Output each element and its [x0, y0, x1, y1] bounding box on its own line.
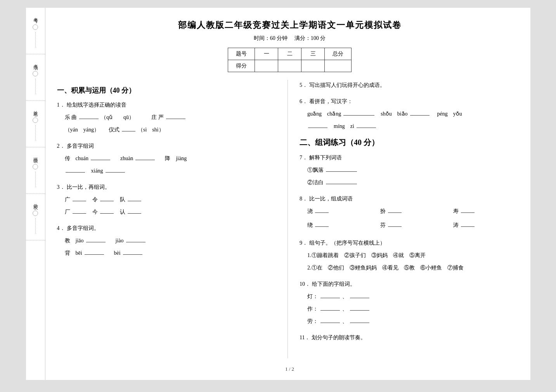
q8-c2r2: 芬: [380, 220, 449, 231]
q10-row3: 劳： 、: [307, 316, 523, 327]
q8-c3r1: 寿: [453, 206, 522, 217]
td-defen: 得分: [228, 60, 255, 72]
td-s3: [301, 60, 325, 72]
q1-word2: 庄 严: [151, 112, 164, 123]
q2-num: 2．: [57, 141, 65, 152]
q2-blank2: [135, 153, 155, 160]
q1-word3: 仪式: [109, 124, 120, 135]
q8-blank1: [315, 206, 329, 213]
question-2: 2． 多音字组词 传 chuán zhuàn 降 jiàng xiáng: [57, 141, 280, 176]
q10-num: 10．: [300, 279, 310, 290]
q1-label-row: 1． 给划线字选择正确的读音: [57, 100, 280, 111]
q6-num: 6．: [300, 96, 308, 107]
q9-s2-text: 2.①在 ②他们 ③鲤鱼妈妈 ④看见 ⑤教 ⑥小鲤鱼 ⑦捕食: [307, 262, 464, 273]
q10-char3: 劳：: [307, 316, 318, 327]
q8-blank2: [388, 206, 402, 213]
q3-row1: 广 令 队: [65, 194, 280, 205]
q11-label-row: 11． 划分句子的朗读节奏。: [300, 332, 523, 343]
q4-label: 多音字组词。: [67, 223, 99, 234]
two-column-layout: 一、积累与运用（40 分） 1． 给划线字选择正确的读音 乐 曲 （qǔ qū）…: [57, 80, 523, 358]
q3-char6: 认: [120, 207, 125, 218]
q10-row1: 灯： 、: [307, 291, 523, 302]
q11-num: 11．: [300, 332, 310, 343]
time-label: 时间：60 分钟: [254, 35, 288, 41]
kaochang-label: 考场：: [32, 60, 39, 69]
q4-row2: 背 bēi bèi: [65, 248, 280, 259]
q3-char1: 广: [65, 194, 70, 205]
q8-c1r1: 浇: [307, 206, 376, 217]
q1-options2: （yán yáng）: [65, 124, 99, 135]
question-7: 7． 解释下列词语 ①飘落 ②洁白: [300, 152, 523, 188]
q3-char4: 厂: [65, 207, 70, 218]
q6-py1: guǎng chǎng: [307, 109, 341, 119]
th-2: 二: [278, 48, 301, 60]
q2-label-row: 2． 多音字组词: [57, 141, 280, 152]
q9-label: 组句子。（把序号写在横线上）: [309, 238, 385, 249]
score-label: 满分：100 分: [294, 35, 326, 41]
score-table: 题号 一 二 三 总分 得分: [228, 48, 352, 72]
circle-1: [33, 24, 38, 30]
q7-blank1: [326, 165, 357, 172]
q10-sep1: 、: [342, 291, 348, 302]
q8-grid: 浇 扮 寿 绕 芬 涛: [307, 206, 523, 232]
td-s1: [255, 60, 278, 72]
q6-label: 看拼音，写汉字：: [309, 96, 353, 107]
q2-blank1: [91, 153, 110, 160]
dotted-v-3: [35, 125, 36, 141]
score-table-area: 题号 一 二 三 总分 得分: [57, 48, 523, 72]
q7-word2: ②洁白: [307, 177, 324, 188]
q4-blank4: [123, 248, 142, 255]
dotted-v-2: [35, 79, 36, 94]
question-3: 3． 比一比，再组词。 广 令 队 厂 今 认: [57, 182, 280, 218]
q3-label-row: 3． 比一比，再组词。: [57, 182, 280, 193]
question-10: 10． 给下面的字组词。 灯： 、 作： 、: [300, 279, 523, 327]
q3-char5: 今: [92, 207, 98, 218]
q10-sep2: 、: [342, 304, 348, 314]
q1-options1: （qǔ qū）: [101, 112, 134, 123]
question-1: 1． 给划线字选择正确的读音 乐 曲 （qǔ qū） 庄 严 （yán yáng…: [57, 100, 280, 135]
q1-blank1: [79, 112, 99, 119]
q1-blank3: [122, 124, 135, 131]
main-content: 部编人教版二年级竞赛过关上学期语文一单元模拟试卷 时间：60 分钟 满分：100…: [45, 8, 530, 380]
q8-num: 8．: [300, 193, 308, 204]
q8-c2r1: 扮: [380, 206, 449, 217]
q2-label: 多音字组词: [67, 141, 94, 152]
q8-label-row: 8． 比一比，组成词语: [300, 193, 523, 204]
q8-blank6: [461, 220, 475, 227]
q9-num: 9．: [300, 238, 308, 249]
q8-blank3: [461, 206, 475, 213]
circle-5: [33, 211, 38, 216]
q7-item1: ①飘落: [307, 165, 523, 176]
q2-blank3: [66, 166, 85, 173]
question-9: 9． 组句子。（把序号写在横线上） 1.①蹦着跳着 ②孩子们 ③妈妈 ④就 ⑤离…: [300, 238, 523, 273]
q7-word1: ①飘落: [307, 165, 324, 176]
th-1: 一: [255, 48, 278, 60]
sidebar: 考号： 考场： 姓名： 班级： 学校：: [26, 8, 45, 380]
q6-pinyin-row2: míng zì: [307, 121, 523, 132]
q1-row2: （yán yáng） 仪式 （sì shì）: [65, 124, 280, 135]
q10-blank2b: [350, 304, 369, 311]
q2-pinyin2: zhuàn: [120, 153, 133, 164]
q1-word1: 乐 曲: [65, 112, 77, 123]
q4-pinyin2: jiào: [116, 235, 124, 246]
q3-blank5: [100, 207, 114, 214]
q6-pinyin-row1: guǎng chǎng shǒu biǎo péng yǒu: [307, 109, 523, 119]
q4-row1: 教 jiāo jiào: [65, 235, 280, 246]
q6-blank2: [410, 109, 430, 116]
exam-subtitle: 时间：60 分钟 满分：100 分: [57, 35, 523, 42]
q3-blank4: [73, 207, 86, 214]
q3-blank2: [100, 194, 114, 201]
q9-s1-text: 1.①蹦着跳着 ②孩子们 ③妈妈 ④就 ⑤离开: [307, 250, 426, 261]
q1-label: 给划线字选择正确的读音: [67, 100, 126, 111]
sidebar-banji: 班级：: [26, 147, 45, 194]
sidebar-kaochang: 考场：: [26, 54, 45, 101]
q10-blank3b: [350, 316, 369, 323]
th-total: 总分: [325, 48, 352, 60]
q9-label-row: 9． 组句子。（把序号写在横线上）: [300, 238, 523, 249]
left-column: 一、积累与运用（40 分） 1． 给划线字选择正确的读音 乐 曲 （qǔ qū）…: [57, 80, 288, 358]
q2-char1: 传 chuán: [65, 153, 88, 164]
q11-label: 划分句子的朗读节奏。: [312, 332, 366, 343]
question-4: 4． 多音字组词。 教 jiāo jiào 背 bēi bèi: [57, 223, 280, 259]
circle-2: [33, 71, 38, 76]
q8-blank4: [315, 220, 329, 227]
